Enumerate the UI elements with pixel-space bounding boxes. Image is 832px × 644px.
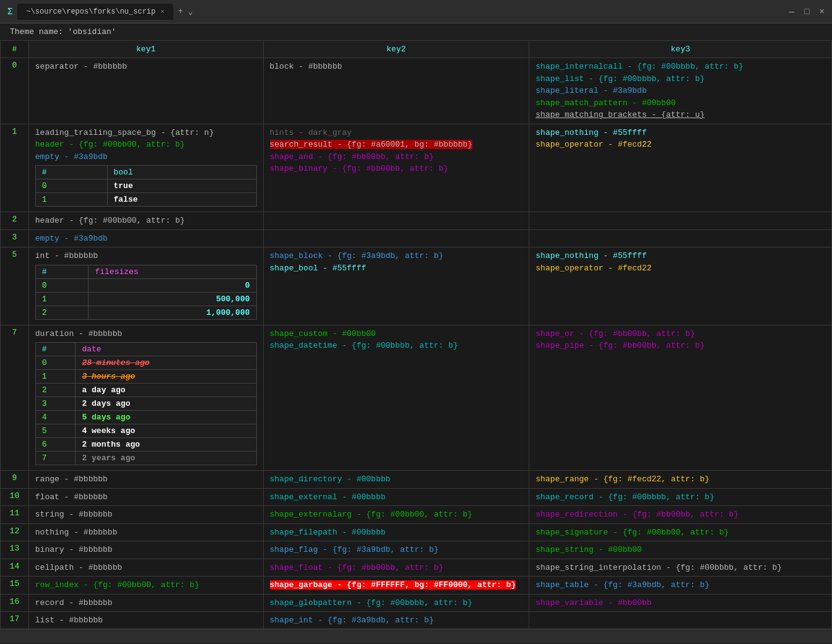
inner-th-filesizes: filesizes — [89, 265, 256, 278]
tab-close-button[interactable]: × — [160, 8, 165, 15]
search-result-highlight: search_result - {fg: #a60001, bg: #bbbbb… — [270, 140, 473, 149]
bool-inner-table: #bool 0true 1false — [35, 165, 257, 207]
row-3-key3 — [529, 230, 832, 247]
tab-chevron-button[interactable]: ⌄ — [188, 7, 193, 17]
inner-th-hash: # — [35, 343, 76, 356]
col-header-key1: key1 — [28, 41, 263, 58]
inner-val: false — [107, 193, 256, 207]
row-3-key1: empty - #3a9bdb — [28, 230, 263, 247]
row-10-key1: float - #bbbbbb — [28, 488, 263, 506]
row-0-key2: block - #bbbbbb — [263, 58, 529, 124]
inner-th-date: date — [76, 343, 256, 356]
new-tab-button[interactable]: + — [178, 7, 183, 16]
row-index-15: 15 — [1, 577, 29, 595]
row-14-key1: cellpath - #bbbbbb — [28, 559, 263, 577]
main-table-container[interactable]: # key1 key2 key3 0 separator - #bbbbbb b… — [0, 40, 832, 629]
inner-val: 0 — [89, 278, 256, 292]
row-7-key1: duration - #bbbbbb #date 028 minutes ago… — [28, 325, 263, 471]
row-2-key1: header - {fg: #00bb00, attr: b} — [28, 212, 263, 230]
table-row: 3 empty - #3a9bdb — [1, 230, 832, 247]
row-0-key3: shape_internalcall - {fg: #00bbbb, attr:… — [529, 58, 832, 124]
inner-row: 1 — [35, 292, 89, 306]
row-14-key2: shape_float - {fg: #bb00bb, attr: b} — [263, 559, 529, 577]
inner-val: 4 weeks ago — [76, 424, 256, 438]
date-inner-table: #date 028 minutes ago 13 hours ago 2a da… — [35, 342, 257, 465]
theme-line: Theme name: 'obsidian' — [0, 24, 832, 40]
inner-row: 2 — [35, 306, 89, 319]
inner-row: 1 — [35, 370, 76, 384]
status-bar — [0, 629, 832, 643]
row-5-key2: shape_block - {fg: #3a9bdb, attr: b} sha… — [263, 247, 529, 325]
row-index-7: 7 — [1, 325, 29, 471]
table-row: 13 binary - #bbbbbb shape_flag - {fg: #3… — [1, 541, 832, 559]
row-16-key2: shape_globpattern - {fg: #00bbbb, attr: … — [263, 594, 529, 612]
table-row: 16 record - #bbbbbb shape_globpattern - … — [1, 594, 832, 612]
inner-val: 28 minutes ago — [76, 356, 256, 370]
row-17-key3 — [529, 612, 832, 629]
col-header-key2: key2 — [263, 41, 529, 58]
row-index-9: 9 — [1, 471, 29, 489]
inner-val: 5 days ago — [76, 411, 256, 424]
row-0-key1: separator - #bbbbbb — [28, 58, 263, 124]
table-row: 11 string - #bbbbbb shape_externalarg - … — [1, 506, 832, 524]
row-index-17: 17 — [1, 612, 29, 629]
inner-row: 0 — [35, 356, 76, 370]
row-2-key3 — [529, 212, 832, 230]
row-12-key2: shape_filepath - #00bbbb — [263, 523, 529, 541]
row-index-10: 10 — [1, 488, 29, 506]
row-9-key3: shape_range - {fg: #fecd22, attr: b} — [529, 471, 832, 489]
row-16-key3: shape_variable - #bb00bb — [529, 594, 832, 612]
row-15-key1: row_index - {fg: #00bb00, attr: b} — [28, 577, 263, 595]
inner-row: 0 — [35, 179, 107, 193]
table-row: 0 separator - #bbbbbb block - #bbbbbb sh… — [1, 58, 832, 124]
row-7-key3: shape_or - {fg: #bb00bb, attr: b} shape_… — [529, 325, 832, 471]
row-17-key2: shape_int - {fg: #3a9bdb, attr: b} — [263, 612, 529, 629]
row-index-3: 3 — [1, 230, 29, 247]
inner-row: 4 — [35, 411, 76, 424]
table-row: 15 row_index - {fg: #00bb00, attr: b} sh… — [1, 577, 832, 595]
row-index-13: 13 — [1, 541, 29, 559]
row-17-key1: list - #bbbbbb — [28, 612, 263, 629]
inner-val: 2 months ago — [76, 438, 256, 452]
minimize-button[interactable]: — — [789, 7, 794, 17]
inner-val: a day ago — [76, 384, 256, 397]
table-row: 2 header - {fg: #00bb00, attr: b} — [1, 212, 832, 230]
row-12-key3: shape_signature - {fg: #00bb00, attr: b} — [529, 523, 832, 541]
inner-th-hash: # — [35, 265, 89, 278]
inner-row: 2 — [35, 384, 76, 397]
active-tab[interactable]: ~\source\repos\forks\nu_scrip × — [17, 4, 173, 20]
row-11-key2: shape_externalarg - {fg: #00bb00, attr: … — [263, 506, 529, 524]
table-row: 14 cellpath - #bbbbbb shape_float - {fg:… — [1, 559, 832, 577]
titlebar: Σ ~\source\repos\forks\nu_scrip × + ⌄ — … — [0, 0, 832, 24]
row-9-key1: range - #bbbbbb — [28, 471, 263, 489]
col-header-index: # — [1, 41, 29, 58]
inner-row: 5 — [35, 424, 76, 438]
row-11-key3: shape_redirection - {fg: #bb00bb, attr: … — [529, 506, 832, 524]
row-1-key3: shape_nothing - #55ffff shape_operator -… — [529, 124, 832, 212]
row-12-key1: nothing - #bbbbbb — [28, 523, 263, 541]
row-index-0: 0 — [1, 58, 29, 124]
inner-val: true — [107, 179, 256, 193]
table-row: 9 range - #bbbbbb shape_directory - #00b… — [1, 471, 832, 489]
inner-row: 0 — [35, 278, 89, 292]
row-14-key3: shape_string_interpolation - {fg: #00bbb… — [529, 559, 832, 577]
inner-row: 7 — [35, 452, 76, 465]
row-13-key1: binary - #bbbbbb — [28, 541, 263, 559]
table-row: 5 int - #bbbbbb #filesizes 00 1500,000 2… — [1, 247, 832, 325]
close-window-button[interactable]: × — [820, 7, 825, 17]
row-7-key2: shape_custom - #00bb00 shape_datetime - … — [263, 325, 529, 471]
inner-val: 1,000,000 — [89, 306, 256, 319]
row-16-key1: record - #bbbbbb — [28, 594, 263, 612]
window-controls: — □ × — [789, 7, 825, 17]
row-13-key3: shape_string - #00bb00 — [529, 541, 832, 559]
row-11-key1: string - #bbbbbb — [28, 506, 263, 524]
inner-row: 6 — [35, 438, 76, 452]
row-13-key2: shape_flag - {fg: #3a9bdb, attr: b} — [263, 541, 529, 559]
row-10-key3: shape_record - {fg: #00bbbb, attr: b} — [529, 488, 832, 506]
maximize-button[interactable]: □ — [804, 7, 809, 17]
row-index-5: 5 — [1, 247, 29, 325]
row-index-16: 16 — [1, 594, 29, 612]
row-1-key2: hints - dark_gray search_result - {fg: #… — [263, 124, 529, 212]
table-row: 17 list - #bbbbbb shape_int - {fg: #3a9b… — [1, 612, 832, 629]
table-row: 10 float - #bbbbbb shape_external - #00b… — [1, 488, 832, 506]
